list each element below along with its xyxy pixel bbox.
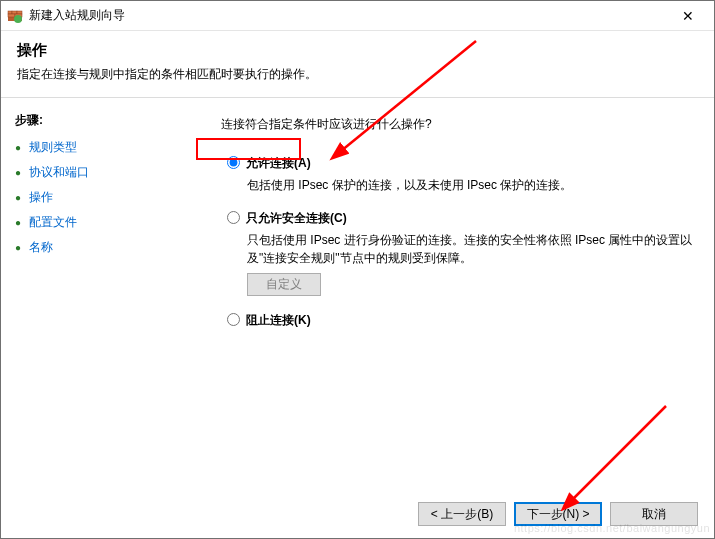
- radio-allow[interactable]: 允许连接(A) 包括使用 IPsec 保护的连接，以及未使用 IPsec 保护的…: [225, 155, 696, 194]
- step-name[interactable]: ● 名称: [15, 239, 186, 256]
- radio-block-input[interactable]: [227, 313, 240, 326]
- radio-allow-input[interactable]: [227, 156, 240, 169]
- step-rule-type[interactable]: ● 规则类型: [15, 139, 186, 156]
- step-protocol-ports[interactable]: ● 协议和端口: [15, 164, 186, 181]
- radio-secure-input[interactable]: [227, 211, 240, 224]
- bullet-icon: ●: [15, 242, 29, 253]
- radio-secure-label: 只允许安全连接(C): [246, 210, 347, 227]
- step-link[interactable]: 名称: [29, 239, 53, 256]
- customize-button: 自定义: [247, 273, 321, 296]
- svg-rect-3: [17, 11, 22, 14]
- radio-secure-desc: 只包括使用 IPsec 进行身份验证的连接。连接的安全性将依照 IPsec 属性…: [247, 231, 696, 267]
- svg-rect-1: [8, 11, 12, 14]
- window-title: 新建入站规则向导: [29, 7, 668, 24]
- wizard-body: 步骤: ● 规则类型 ● 协议和端口 ● 操作 ● 配置文件 ● 名称: [1, 98, 714, 493]
- bullet-icon: ●: [15, 217, 29, 228]
- wizard-window: 新建入站规则向导 ✕ 操作 指定在连接与规则中指定的条件相匹配时要执行的操作。 …: [0, 0, 715, 539]
- radio-allow-label: 允许连接(A): [246, 155, 311, 172]
- close-button[interactable]: ✕: [668, 2, 708, 30]
- svg-rect-4: [8, 14, 15, 17]
- step-action[interactable]: ● 操作: [15, 189, 186, 206]
- step-link[interactable]: 协议和端口: [29, 164, 89, 181]
- close-icon: ✕: [682, 8, 694, 24]
- content-panel: 连接符合指定条件时应该进行什么操作? 允许连接(A) 包括使用 IPsec 保护…: [196, 98, 714, 493]
- titlebar: 新建入站规则向导 ✕: [1, 1, 714, 31]
- steps-sidebar: 步骤: ● 规则类型 ● 协议和端口 ● 操作 ● 配置文件 ● 名称: [1, 98, 196, 493]
- steps-heading: 步骤:: [15, 112, 186, 129]
- content-prompt: 连接符合指定条件时应该进行什么操作?: [221, 116, 696, 133]
- action-radio-group: 允许连接(A) 包括使用 IPsec 保护的连接，以及未使用 IPsec 保护的…: [225, 155, 696, 329]
- svg-point-6: [14, 15, 22, 23]
- step-link[interactable]: 操作: [29, 189, 53, 206]
- watermark: https://blog.csdn.net/baiwangungyun: [514, 522, 710, 534]
- step-link[interactable]: 规则类型: [29, 139, 77, 156]
- radio-secure[interactable]: 只允许安全连接(C) 只包括使用 IPsec 进行身份验证的连接。连接的安全性将…: [225, 210, 696, 296]
- wizard-header: 操作 指定在连接与规则中指定的条件相匹配时要执行的操作。: [1, 31, 714, 98]
- step-profile[interactable]: ● 配置文件: [15, 214, 186, 231]
- bullet-icon: ●: [15, 192, 29, 203]
- page-subtitle: 指定在连接与规则中指定的条件相匹配时要执行的操作。: [17, 66, 698, 83]
- bullet-icon: ●: [15, 142, 29, 153]
- radio-allow-desc: 包括使用 IPsec 保护的连接，以及未使用 IPsec 保护的连接。: [247, 176, 696, 194]
- page-title: 操作: [17, 41, 698, 60]
- bullet-icon: ●: [15, 167, 29, 178]
- step-link[interactable]: 配置文件: [29, 214, 77, 231]
- back-button[interactable]: < 上一步(B): [418, 502, 506, 526]
- svg-rect-2: [12, 11, 17, 14]
- radio-block[interactable]: 阻止连接(K): [225, 312, 696, 329]
- firewall-icon: [7, 8, 23, 24]
- radio-block-label: 阻止连接(K): [246, 312, 311, 329]
